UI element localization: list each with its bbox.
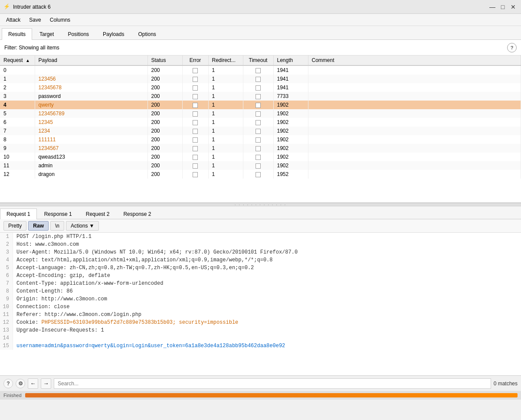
cell-comment <box>308 127 521 135</box>
progress-fill <box>25 393 518 397</box>
panel-tab-response2[interactable]: Response 2 <box>117 208 157 219</box>
timeout-checkbox[interactable] <box>256 172 261 177</box>
tab-target[interactable]: Target <box>33 28 60 40</box>
table-row[interactable]: 11admin20011902 <box>0 161 521 170</box>
timeout-checkbox[interactable] <box>256 77 261 82</box>
menu-attack[interactable]: Attack <box>2 15 25 25</box>
error-checkbox[interactable] <box>193 103 198 108</box>
table-row[interactable]: 811111120011902 <box>0 135 521 144</box>
back-button[interactable]: ← <box>28 378 38 389</box>
maximize-button[interactable]: □ <box>498 3 507 11</box>
table-row[interactable]: 21234567820011941 <box>0 83 521 92</box>
error-checkbox[interactable] <box>193 77 198 82</box>
help-button[interactable]: ? <box>3 379 13 388</box>
cell-request: 8 <box>0 135 35 144</box>
error-checkbox[interactable] <box>193 85 198 91</box>
timeout-checkbox[interactable] <box>256 120 261 125</box>
cell-request: 5 <box>0 109 35 118</box>
menu-save[interactable]: Save <box>25 15 45 25</box>
panel-tab-request2[interactable]: Request 2 <box>79 208 116 219</box>
col-header-status[interactable]: Status <box>147 55 182 65</box>
table-row[interactable]: 9123456720011902 <box>0 144 521 153</box>
table-row[interactable]: 3password20017733 <box>0 92 521 101</box>
timeout-checkbox[interactable] <box>256 163 261 169</box>
col-header-length[interactable]: Length <box>273 55 308 65</box>
col-header-request[interactable]: Request ▲ <box>0 55 35 65</box>
code-line: 3User-Agent: Mozilla/5.0 (Windows NT 10.… <box>0 248 521 256</box>
tab-payloads[interactable]: Payloads <box>96 28 131 40</box>
timeout-checkbox[interactable] <box>256 129 261 134</box>
cell-payload: qweasd123 <box>35 153 147 161</box>
cell-timeout <box>243 127 273 135</box>
cell-comment <box>308 118 521 127</box>
settings-button[interactable]: ⚙ <box>16 379 25 388</box>
table-row[interactable]: 61234520011902 <box>0 118 521 127</box>
table-row[interactable]: 12dragon20011952 <box>0 170 521 179</box>
col-header-comment[interactable]: Comment <box>308 55 521 65</box>
cell-length: 1941 <box>273 75 308 83</box>
col-header-payload[interactable]: Payload <box>35 55 147 65</box>
timeout-checkbox[interactable] <box>256 85 261 91</box>
cell-payload: admin <box>35 161 147 170</box>
filter-help-button[interactable]: ? <box>507 43 517 52</box>
code-line: 4Accept: text/html,application/xhtml+xml… <box>0 256 521 264</box>
title-bar: ⚡ Intruder attack 6 — □ ✕ <box>0 0 521 14</box>
table-row[interactable]: 512345678920011902 <box>0 109 521 118</box>
line-content: Accept-Language: zh-CN,zh;q=0.8,zh-TW;q=… <box>13 264 254 272</box>
table-row[interactable]: 10qweasd12320011902 <box>0 153 521 161</box>
timeout-checkbox[interactable] <box>256 155 261 160</box>
close-button[interactable]: ✕ <box>509 3 518 11</box>
col-header-error[interactable]: Error <box>182 55 208 65</box>
forward-button[interactable]: → <box>41 378 51 389</box>
newline-button[interactable]: \n <box>50 221 64 231</box>
cell-request: 9 <box>0 144 35 153</box>
menu-columns[interactable]: Columns <box>46 15 75 25</box>
cell-error <box>182 144 208 153</box>
panel-splitter[interactable]: · · · · · · · · · · · · · <box>0 203 521 206</box>
search-input[interactable] <box>54 378 491 389</box>
cell-timeout <box>243 144 273 153</box>
timeout-checkbox[interactable] <box>256 111 261 117</box>
error-checkbox[interactable] <box>193 163 198 169</box>
col-header-timeout[interactable]: Timeout <box>243 55 273 65</box>
line-number: 13 <box>0 326 13 334</box>
table-row[interactable]: 020011941 <box>0 65 521 75</box>
cell-error <box>182 92 208 101</box>
error-checkbox[interactable] <box>193 172 198 177</box>
actions-dropdown-button[interactable]: Actions ▼ <box>66 221 99 231</box>
cell-comment <box>308 170 521 179</box>
cell-redirect: 1 <box>208 101 243 109</box>
pretty-button[interactable]: Pretty <box>3 221 26 231</box>
timeout-checkbox[interactable] <box>256 103 261 108</box>
error-checkbox[interactable] <box>193 120 198 125</box>
error-checkbox[interactable] <box>193 68 198 73</box>
col-header-redirect[interactable]: Redirect... <box>208 55 243 65</box>
line-content: Origin: http://www.c3moon.com <box>13 295 107 303</box>
tab-results[interactable]: Results <box>2 28 32 40</box>
cell-status: 200 <box>147 75 182 83</box>
error-checkbox[interactable] <box>193 94 198 99</box>
request-toolbar: Pretty Raw \n Actions ▼ <box>0 219 521 233</box>
timeout-checkbox[interactable] <box>256 68 261 73</box>
minimize-button[interactable]: — <box>488 3 497 11</box>
table-row[interactable]: 7123420011902 <box>0 127 521 135</box>
table-row[interactable]: 4qwerty20011902 <box>0 101 521 109</box>
table-row[interactable]: 112345620011941 <box>0 75 521 83</box>
error-checkbox[interactable] <box>193 137 198 143</box>
results-table: Request ▲ Payload Status Error Redirect.… <box>0 55 521 179</box>
tab-options[interactable]: Options <box>131 28 162 40</box>
error-checkbox[interactable] <box>193 129 198 134</box>
tab-positions[interactable]: Positions <box>61 28 95 40</box>
panel-tab-response1[interactable]: Response 1 <box>38 208 79 219</box>
timeout-checkbox[interactable] <box>256 137 261 143</box>
cell-status: 200 <box>147 109 182 118</box>
error-checkbox[interactable] <box>193 111 198 117</box>
raw-button[interactable]: Raw <box>28 221 49 231</box>
cell-redirect: 1 <box>208 153 243 161</box>
error-checkbox[interactable] <box>193 146 198 151</box>
error-checkbox[interactable] <box>193 155 198 160</box>
timeout-checkbox[interactable] <box>256 94 261 99</box>
timeout-checkbox[interactable] <box>256 146 261 151</box>
panel-tab-request1[interactable]: Request 1 <box>0 208 37 219</box>
cell-timeout <box>243 161 273 170</box>
